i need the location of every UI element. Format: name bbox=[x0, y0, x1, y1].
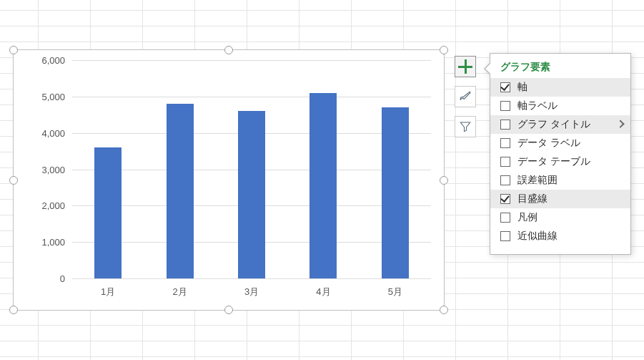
chart-element-option[interactable]: 目盛線 bbox=[490, 190, 630, 208]
gridline bbox=[72, 97, 431, 97]
option-label: グラフ タイトル bbox=[517, 118, 590, 131]
checkbox[interactable] bbox=[500, 101, 510, 111]
x-axis-tick-label: 5月 bbox=[388, 286, 402, 298]
resize-handle[interactable] bbox=[440, 306, 448, 314]
y-axis-tick-label: 1,000 bbox=[41, 237, 65, 248]
chart-element-option[interactable]: 誤差範囲 bbox=[490, 171, 630, 190]
checkbox[interactable] bbox=[500, 213, 510, 223]
bar[interactable] bbox=[382, 107, 409, 278]
resize-handle[interactable] bbox=[440, 46, 448, 54]
resize-handle[interactable] bbox=[9, 306, 18, 314]
chart-element-option[interactable]: 近似曲線 bbox=[490, 227, 630, 245]
checkbox[interactable] bbox=[500, 157, 510, 167]
chart-object[interactable]: 01,0002,0003,0004,0005,0006,0001月2月3月4月5… bbox=[13, 49, 445, 311]
gridline bbox=[72, 60, 431, 61]
chart-element-option[interactable]: データ ラベル bbox=[490, 134, 630, 152]
checkbox[interactable] bbox=[500, 82, 510, 92]
option-label: 軸ラベル bbox=[517, 99, 558, 112]
checkbox[interactable] bbox=[500, 138, 510, 148]
bar[interactable] bbox=[309, 93, 337, 278]
option-label: 軸 bbox=[517, 81, 527, 94]
checkbox[interactable] bbox=[500, 175, 510, 185]
y-axis-tick-label: 5,000 bbox=[41, 91, 65, 102]
y-axis-tick-label: 4,000 bbox=[41, 127, 65, 138]
resize-handle[interactable] bbox=[440, 176, 448, 185]
chart-element-option[interactable]: 軸ラベル bbox=[490, 97, 630, 115]
x-axis-tick-label: 3月 bbox=[244, 286, 259, 298]
chart-styles-button[interactable] bbox=[455, 86, 476, 107]
chart-elements-button[interactable] bbox=[455, 56, 476, 77]
chart-element-option[interactable]: グラフ タイトル bbox=[490, 115, 630, 134]
resize-handle[interactable] bbox=[224, 46, 233, 54]
bar[interactable] bbox=[94, 147, 122, 278]
checkbox[interactable] bbox=[500, 231, 510, 241]
popover-items: 軸軸ラベルグラフ タイトルデータ ラベルデータ テーブル誤差範囲目盛線凡例近似曲… bbox=[490, 78, 630, 245]
y-axis-tick-label: 0 bbox=[60, 273, 65, 284]
plus-icon bbox=[465, 59, 467, 74]
x-axis-tick-label: 4月 bbox=[316, 286, 330, 298]
resize-handle[interactable] bbox=[224, 306, 233, 314]
gridline bbox=[72, 278, 431, 279]
bar[interactable] bbox=[167, 104, 194, 278]
funnel-icon bbox=[459, 120, 472, 133]
chart-elements-popover: グラフ要素 軸軸ラベルグラフ タイトルデータ ラベルデータ テーブル誤差範囲目盛… bbox=[490, 53, 631, 255]
chart-element-option[interactable]: 凡例 bbox=[490, 208, 630, 227]
plot-area: 01,0002,0003,0004,0005,0006,0001月2月3月4月5… bbox=[72, 60, 431, 278]
chevron-right-icon bbox=[616, 120, 624, 128]
y-axis-tick-label: 2,000 bbox=[41, 200, 65, 211]
y-axis-tick-label: 3,000 bbox=[41, 164, 65, 175]
checkbox[interactable] bbox=[500, 120, 510, 130]
resize-handle[interactable] bbox=[9, 176, 18, 185]
option-label: データ テーブル bbox=[517, 155, 590, 168]
option-label: 近似曲線 bbox=[517, 230, 558, 243]
checkbox[interactable] bbox=[500, 194, 510, 204]
option-label: 目盛線 bbox=[517, 193, 548, 205]
popover-title: グラフ要素 bbox=[490, 59, 630, 78]
option-label: 凡例 bbox=[517, 211, 538, 224]
chart-filter-button[interactable] bbox=[455, 116, 476, 137]
chart-element-option[interactable]: 軸 bbox=[490, 78, 630, 97]
option-label: データ ラベル bbox=[517, 137, 580, 150]
resize-handle[interactable] bbox=[9, 46, 18, 54]
option-label: 誤差範囲 bbox=[517, 174, 558, 187]
bar[interactable] bbox=[238, 111, 265, 278]
x-axis-tick-label: 1月 bbox=[101, 286, 115, 298]
y-axis-tick-label: 6,000 bbox=[41, 55, 65, 66]
brush-icon bbox=[458, 89, 472, 104]
chart-element-option[interactable]: データ テーブル bbox=[490, 152, 630, 171]
x-axis-tick-label: 2月 bbox=[172, 286, 187, 298]
